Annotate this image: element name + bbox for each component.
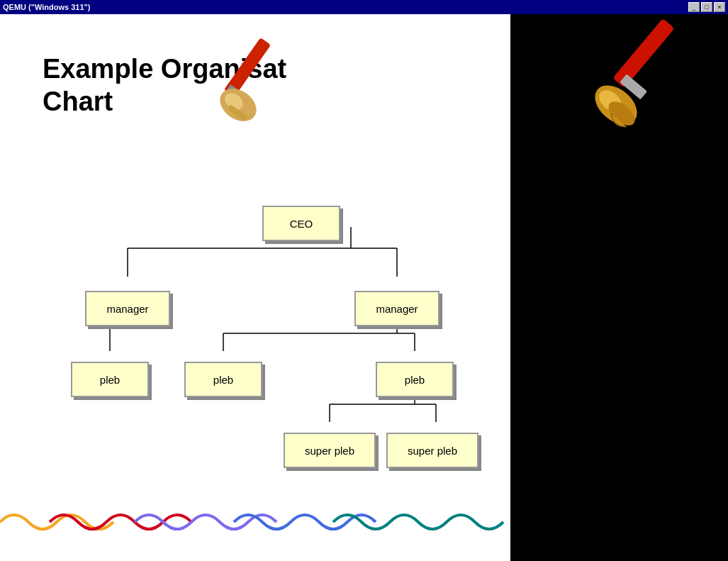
- ceo-box: CEO: [262, 206, 340, 241]
- paintbrush-overlay: [565, 14, 721, 156]
- title-bar: QEMU ("Windows 311") _ □ ×: [0, 0, 728, 14]
- svg-point-22: [604, 97, 639, 130]
- close-button[interactable]: ×: [714, 2, 725, 12]
- pleb2-box: pleb: [184, 362, 262, 397]
- super-pleb2-box: super pleb: [386, 433, 478, 468]
- pleb3-box: pleb: [376, 362, 454, 397]
- slide: Example OrganisatChart: [0, 14, 510, 561]
- maximize-button[interactable]: □: [701, 2, 712, 12]
- svg-point-20: [588, 77, 644, 132]
- paintbrush-icon: [184, 28, 298, 142]
- svg-rect-18: [612, 18, 675, 88]
- wave-decoration: [0, 497, 510, 540]
- svg-point-21: [595, 86, 625, 116]
- super-pleb1-box: super pleb: [284, 433, 376, 468]
- svg-rect-19: [620, 74, 647, 99]
- pleb1-box: pleb: [71, 362, 149, 397]
- manager1-box: manager: [85, 291, 170, 326]
- title-bar-text: QEMU ("Windows 311"): [3, 3, 90, 11]
- minimize-button[interactable]: _: [688, 2, 700, 12]
- title-bar-buttons: _ □ ×: [688, 2, 725, 12]
- manager2-box: manager: [354, 291, 439, 326]
